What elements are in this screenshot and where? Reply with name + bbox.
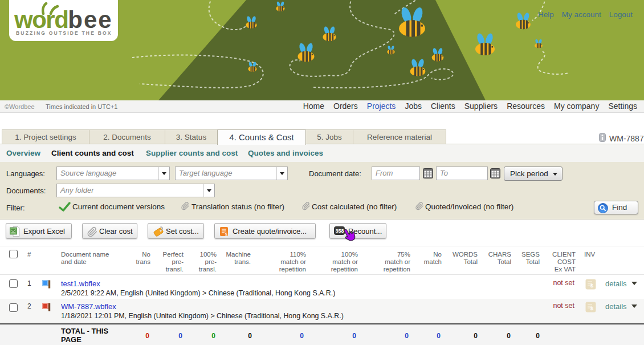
svg-text:$: $ xyxy=(225,232,227,237)
svg-text:$: $ xyxy=(590,283,593,289)
svg-text:$: $ xyxy=(590,306,593,311)
